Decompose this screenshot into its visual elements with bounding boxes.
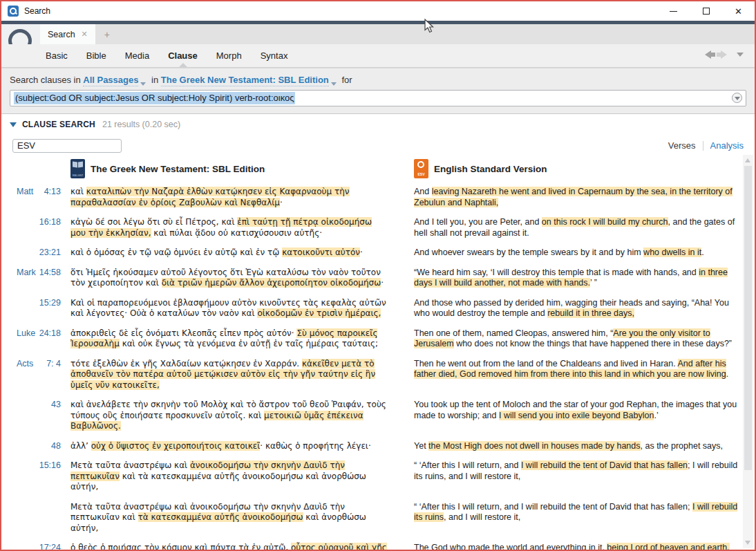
search-go-button[interactable] <box>732 93 742 103</box>
display-version-value: ESV <box>17 140 35 151</box>
match-highlight: οὐχ ὁ ὕψιστος ἐν χειροποιήτοις κατοικεῖ <box>91 441 261 451</box>
column-headers: SBLGNT The Greek New Testament: SBL Edit… <box>1 156 755 184</box>
subtab-syntax[interactable]: Syntax <box>261 50 288 61</box>
verse-book: Acts <box>17 359 33 391</box>
subtab-morph[interactable]: Morph <box>216 50 242 61</box>
verse-ref[interactable]: 48 <box>17 441 61 452</box>
greek-cell[interactable]: ὅτι Ἡμεῖς ἠκούσαμεν αὐτοῦ λέγοντος ὅτι Ἐ… <box>70 268 397 289</box>
subtab-basic[interactable]: Basic <box>46 50 68 61</box>
match-highlight: I will rebuild the tent of David that ha… <box>521 460 688 470</box>
verse-ref[interactable]: 15:29 <box>17 298 61 319</box>
view-options-row: ESV Verses Analysis <box>1 135 755 156</box>
match-highlight: καταλιπὼν τὴν Ναζαρὰ ἐλθὼν κατῴκησεν εἰς… <box>70 187 350 207</box>
result-row: 17:24ὁ θεὸς ὁ ποιήσας τὸν κόσμον καὶ πάν… <box>1 543 755 551</box>
match-highlight: rebuild it in three days, <box>547 308 634 318</box>
subtab-media[interactable]: Media <box>125 50 149 61</box>
verse-book: Luke <box>17 328 35 350</box>
verse-ref[interactable]: 16:18 <box>17 217 61 239</box>
greek-cell[interactable]: Μετὰ ταῦτα ἀναστρέψω καὶ ἀνοικοδομήσω τὴ… <box>70 502 397 534</box>
verse-ref[interactable]: Luke24:18 <box>17 328 61 350</box>
verse-number: 17:24 <box>39 543 61 551</box>
english-cell[interactable]: Yet the Most High does not dwell in hous… <box>414 441 755 452</box>
english-cell[interactable]: And I tell you, you are Peter, and on th… <box>414 217 755 239</box>
result-row: 15:16Μετὰ ταῦτα ἀναστρέψω καὶ ἀνοικοδομή… <box>1 460 755 493</box>
verse-ref[interactable]: 17:24 <box>17 543 61 551</box>
greek-cell[interactable]: Καὶ οἱ παραπορευόμενοι ἐβλασφήμουν αὐτὸν… <box>70 298 397 319</box>
greek-cell[interactable]: ἀλλ’ οὐχ ὁ ὕψιστος ἐν χειροποιήτοις κατο… <box>70 441 397 452</box>
verse-ref[interactable]: Acts7: 4 <box>17 359 61 391</box>
greek-cell[interactable]: κἀγὼ δέ σοι λέγω ὅτι σὺ εἶ Πέτρος, καὶ ἐ… <box>70 217 397 239</box>
verse-number: 43 <box>51 400 61 432</box>
greek-cell[interactable]: ὁ θεὸς ὁ ποιήσας τὸν κόσμον καὶ πάντα τὰ… <box>70 543 397 551</box>
criteria-prefix: Search clauses in <box>10 75 81 85</box>
match-highlight: the Most High does not dwell in houses m… <box>428 441 640 451</box>
module-dropdown-icon[interactable] <box>331 82 337 86</box>
close-button[interactable]: ✕ <box>722 1 755 21</box>
verse-number: 48 <box>51 441 61 452</box>
close-icon: ✕ <box>735 7 742 16</box>
english-cell[interactable]: “ ‘After this I will return, and I will … <box>414 502 755 534</box>
app-icon <box>8 6 19 17</box>
scroll-down-icon[interactable] <box>745 541 750 545</box>
collapse-triangle-icon[interactable] <box>10 122 17 127</box>
greek-cell[interactable]: ἀποκριθεὶς δὲ εἷς ὀνόματι Κλεοπᾶς εἶπεν … <box>70 328 397 350</box>
english-cell[interactable]: Then he went out from the land of the Ch… <box>414 359 755 391</box>
greek-cell[interactable]: καὶ καταλιπὼν τὴν Ναζαρὰ ἐλθὼν κατῴκησεν… <box>70 187 397 208</box>
criteria-mid: in <box>151 75 158 85</box>
criteria-suffix: for <box>341 75 352 85</box>
result-row: 15:29Καὶ οἱ παραπορευόμενοι ἐβλασφήμουν … <box>1 298 755 319</box>
english-cell[interactable]: “We heard him say, ‘I will destroy this … <box>414 268 755 289</box>
english-cell[interactable]: Then one of them, named Cleopas, answere… <box>414 328 755 350</box>
module-link[interactable]: The Greek New Testament: SBL Edition <box>161 75 329 86</box>
window-title: Search <box>24 6 50 16</box>
english-cell[interactable]: And those who passed by derided him, wag… <box>414 298 755 319</box>
scope-link[interactable]: All Passages <box>83 75 138 86</box>
english-cell[interactable]: The God who made the world and everythin… <box>414 543 755 551</box>
match-highlight: leaving Nazareth he went and lived in Ca… <box>414 187 733 207</box>
vertical-scrollbar[interactable] <box>743 155 753 548</box>
verse-ref[interactable]: Mark14:58 <box>17 268 61 289</box>
tab-row: Search ✕ + <box>1 24 755 44</box>
greek-cell[interactable]: καὶ ἀνελάβετε τὴν σκηνὴν τοῦ Μολὸχ καὶ τ… <box>70 400 397 432</box>
display-version-input[interactable]: ESV <box>12 139 122 153</box>
english-cell[interactable]: You took up the tent of Moloch and the s… <box>414 400 755 432</box>
greek-column-title: The Greek New Testament: SBL Edition <box>91 164 265 174</box>
section-title: CLAUSE SEARCH <box>22 120 95 129</box>
result-row: Acts7: 4τότε ἐξελθὼν ἐκ γῆς Χαλδαίων κατ… <box>1 359 755 391</box>
subtab-clause[interactable]: Clause <box>168 50 198 61</box>
query-selected-text: (subject:God OR subject:Jesus OR subject… <box>14 92 295 104</box>
result-row: Mark14:58ὅτι Ἡμεῖς ἠκούσαμεν αὐτοῦ λέγον… <box>1 268 755 289</box>
scroll-up-icon[interactable] <box>745 158 750 162</box>
view-divider <box>703 141 703 151</box>
verse-ref[interactable]: 15:16 <box>17 460 61 493</box>
tab-close-icon[interactable]: ✕ <box>82 30 88 39</box>
history-dropdown-icon[interactable] <box>737 53 744 57</box>
verse-book: Mark <box>17 268 36 289</box>
clause-query-input[interactable]: (subject:God OR subject:Jesus OR subject… <box>10 90 746 106</box>
scrollbar-thumb[interactable] <box>744 166 752 470</box>
view-verses-link[interactable]: Verses <box>668 140 696 151</box>
results-header: CLAUSE SEARCH 21 results (0.20 sec) <box>1 113 755 135</box>
result-row: Luke24:18ἀποκριθεὶς δὲ εἷς ὀνόματι Κλεοπ… <box>1 328 755 350</box>
verse-ref[interactable]: Matt4:13 <box>17 187 61 208</box>
subtab-bible[interactable]: Bible <box>86 50 106 61</box>
verse-ref[interactable]: 23:21 <box>17 248 61 259</box>
verse-ref[interactable] <box>17 502 61 534</box>
english-cell[interactable]: “ ‘After this I will return, and I will … <box>414 460 755 493</box>
maximize-button[interactable] <box>690 1 722 21</box>
forward-arrow-icon[interactable] <box>721 50 727 59</box>
english-cell[interactable]: And whoever swears by the temple swears … <box>414 248 755 259</box>
greek-cell[interactable]: καὶ ὁ ὀμόσας ἐν τῷ ναῷ ὀμνύει ἐν αὐτῷ κα… <box>70 248 397 259</box>
tab-search[interactable]: Search ✕ <box>40 24 95 44</box>
view-analysis-link[interactable]: Analysis <box>710 140 744 151</box>
minimize-button[interactable] <box>657 1 690 21</box>
back-arrow-icon[interactable] <box>705 50 711 59</box>
greek-cell[interactable]: τότε ἐξελθὼν ἐκ γῆς Χαλδαίων κατῴκησεν ἐ… <box>70 359 397 391</box>
verse-number: 14:58 <box>39 268 61 289</box>
greek-cell[interactable]: Μετὰ ταῦτα ἀναστρέψω καὶ ἀνοικοδομήσω τὴ… <box>70 460 397 493</box>
scope-dropdown-icon[interactable] <box>140 82 146 86</box>
verse-ref[interactable]: 43 <box>17 400 61 432</box>
english-cell[interactable]: And leaving Nazareth he went and lived i… <box>414 187 755 208</box>
english-column-title: English Standard Version <box>434 164 547 174</box>
new-tab-button[interactable]: + <box>95 24 119 44</box>
